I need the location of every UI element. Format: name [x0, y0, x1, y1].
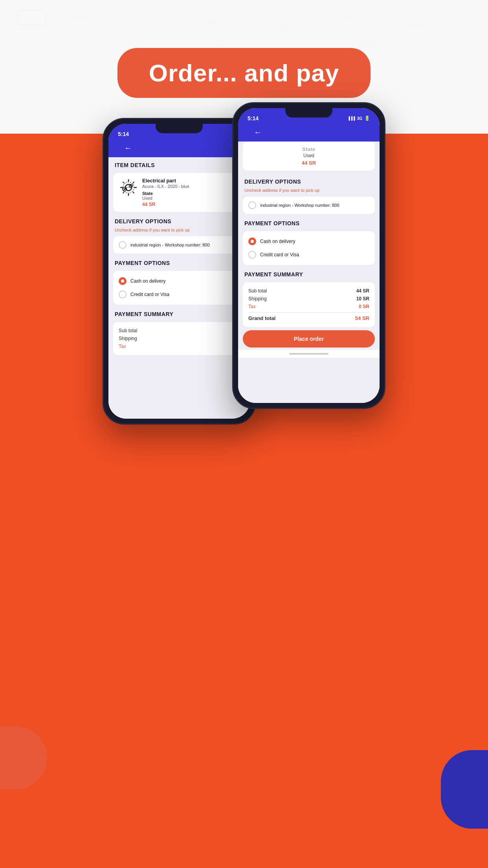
delivery-card-2: industrial region - Workshop number: 800: [243, 197, 375, 214]
cash-radio-1[interactable]: [119, 277, 127, 285]
item-partial-card-2: State Used 44 SR: [243, 142, 375, 171]
shipping-val-2: 10 SR: [356, 296, 369, 302]
status-time-1: 5:14: [118, 131, 129, 137]
payment-options-title-2: PAYMENT OPTIONS: [238, 215, 380, 230]
card-label-2: Credit card or Visa: [260, 252, 299, 257]
payment-option-cash-1[interactable]: Cash on delivery: [119, 276, 240, 287]
blob-right: [441, 750, 488, 829]
svg-rect-27: [194, 33, 219, 47]
delivery-option-text-2: industrial region - Workshop number: 800: [260, 203, 339, 208]
svg-rect-17: [342, 18, 358, 20]
svg-rect-33: [355, 29, 379, 42]
partial-price-2: 44 SR: [248, 160, 369, 166]
subtotal-row-2: Sub total 44 SR: [248, 287, 369, 295]
payment-option-card-1[interactable]: Credit card or Visa: [119, 289, 240, 300]
grand-total-val-2: 54 SR: [355, 315, 369, 321]
cash-radio-inner-1: [121, 280, 124, 283]
svg-rect-24: [111, 31, 130, 41]
phone-1-screen: 5:14 ✦ ← ITEM DETAILS: [108, 124, 250, 419]
svg-rect-9: [202, 7, 225, 20]
back-button-2[interactable]: ←: [254, 128, 262, 137]
notch-1: [156, 124, 203, 133]
item-icon-1: [119, 178, 138, 197]
status-time-2: 5:14: [248, 115, 259, 121]
payment-options-title-1: PAYMENT OPTIONS: [108, 255, 250, 269]
delivery-radio-1[interactable]: [119, 241, 127, 249]
delivery-option-2[interactable]: industrial region - Workshop number: 800: [248, 201, 369, 209]
delivery-radio-2[interactable]: [248, 201, 256, 209]
shipping-row-1: Shipping: [119, 335, 240, 342]
svg-rect-15: [339, 5, 360, 17]
svg-rect-3: [72, 5, 93, 17]
payment-option-cash-2[interactable]: Cash on delivery: [248, 236, 369, 247]
shipping-label-1: Shipping: [119, 336, 137, 341]
phone-2: 5:14 ▐▐▐ 3G 🔋 ← State: [232, 102, 385, 409]
item-name-1: Electrical part: [142, 178, 240, 184]
subtotal-val-2: 44 SR: [356, 288, 369, 294]
phone-2-content: State Used 44 SR DELIVERY OPTIONS Unchec…: [238, 142, 380, 403]
svg-rect-26: [114, 43, 128, 44]
svg-rect-35: [359, 44, 375, 46]
home-indicator-2: [238, 350, 380, 358]
tax-label-1: Tax: [119, 344, 126, 349]
payment-option-card-2[interactable]: Credit card or Visa: [248, 249, 369, 260]
payment-summary-card-2: Sub total 44 SR Shipping 10 SR Tax 0 SR: [243, 282, 375, 327]
svg-rect-32: [279, 40, 295, 42]
delivery-subtitle-1: Uncheck address if you want to pick up: [108, 228, 250, 235]
cash-radio-inner-2: [251, 240, 254, 243]
summary-divider-2: [248, 312, 369, 313]
partial-state-val-2: Used: [248, 153, 369, 158]
svg-rect-20: [405, 25, 424, 26]
delivery-subtitle-2: Uncheck address if you want to pick up: [238, 188, 380, 195]
nav-bar-2: ←: [246, 125, 372, 142]
back-button-1[interactable]: ←: [124, 143, 132, 153]
svg-rect-8: [138, 27, 156, 28]
delivery-option-1[interactable]: industrial region - Workshop number: 800: [119, 241, 240, 249]
item-state-label-1: State: [142, 191, 240, 196]
card-label-1: Credit card or Visa: [130, 292, 169, 297]
scroll-content-1: ITEM DETAILS: [108, 157, 250, 358]
nav-bar-1: ←: [116, 140, 242, 157]
svg-rect-6: [135, 11, 160, 25]
partial-state-label-2: State: [248, 146, 369, 152]
payment-summary-card-1: Sub total Shipping Tax: [113, 322, 245, 355]
tax-row-1: Tax: [119, 342, 240, 350]
payment-options-card-2: Cash on delivery Credit card or Visa: [243, 231, 375, 265]
grand-total-row-2: Grand total 54 SR: [248, 314, 369, 322]
svg-rect-21: [33, 25, 56, 37]
item-details-title-1: ITEM DETAILS: [108, 157, 250, 171]
phone-1-header: 5:14 ✦ ←: [108, 124, 250, 157]
tax-label-2: Tax: [248, 304, 256, 309]
shipping-label-2: Shipping: [248, 296, 267, 302]
network-label-2: 3G: [357, 116, 362, 121]
svg-rect-29: [198, 50, 215, 51]
shipping-row-2: Shipping 10 SR: [248, 295, 369, 303]
payment-summary-title-1: PAYMENT SUMMARY: [108, 306, 250, 320]
subtotal-label-1: Sub total: [119, 328, 137, 333]
status-icons-2: ▐▐▐ 3G 🔋: [348, 116, 370, 121]
phone-2-screen: 5:14 ▐▐▐ 3G 🔋 ← State: [238, 108, 380, 403]
home-bar-2: [289, 353, 328, 355]
item-price-1: 44 SR: [142, 202, 240, 207]
notch-2: [285, 108, 332, 118]
svg-rect-23: [36, 40, 52, 41]
phone-2-header: 5:14 ▐▐▐ 3G 🔋 ←: [238, 108, 380, 142]
card-radio-2[interactable]: [248, 251, 256, 259]
payment-summary-title-2: PAYMENT SUMMARY: [238, 267, 380, 281]
item-sub-1: Acura - ILX - 2020 - blue: [142, 184, 240, 189]
cash-radio-2[interactable]: [248, 237, 256, 245]
delivery-title-2: DELIVERY OPTIONS: [238, 174, 380, 188]
cash-label-2: Cash on delivery: [260, 239, 295, 244]
phone-1-content: ITEM DETAILS: [108, 157, 250, 419]
item-card-1: Electrical part Acura - ILX - 2020 - blu…: [113, 173, 245, 212]
svg-rect-30: [276, 27, 298, 39]
phone-2-scroll: State Used 44 SR DELIVERY OPTIONS Unchec…: [238, 142, 380, 403]
tax-val-2: 0 SR: [359, 304, 369, 309]
battery-icon-2: 🔋: [364, 116, 370, 121]
tax-row-2: Tax 0 SR: [248, 303, 369, 311]
payment-options-card-1: Cash on delivery Credit card or Visa: [113, 271, 245, 305]
svg-rect-36: [433, 31, 454, 42]
card-radio-1[interactable]: [119, 291, 127, 298]
cash-label-1: Cash on delivery: [130, 278, 165, 284]
place-order-button-2[interactable]: Place order: [243, 330, 375, 348]
